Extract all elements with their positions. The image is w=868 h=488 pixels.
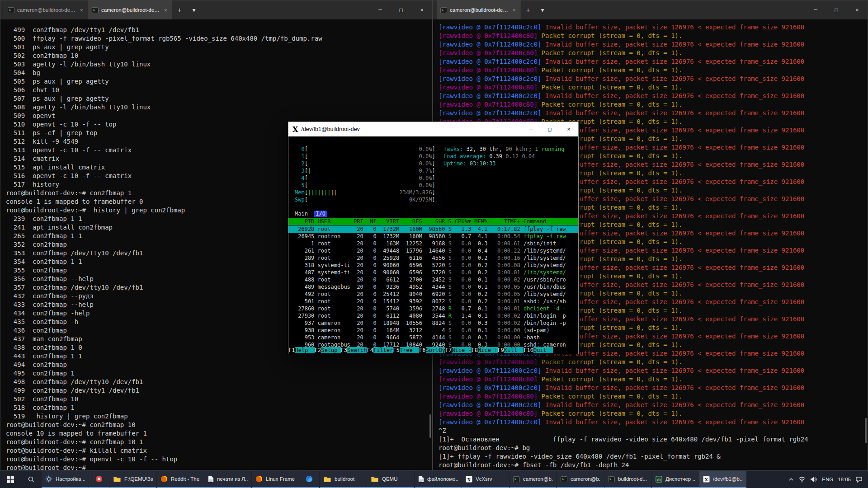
taskbar-item-12[interactable]: >_cameron@b...	[557, 471, 604, 488]
left-minimize-button[interactable]: ─	[370, 0, 391, 19]
process-row[interactable]: 488 root 20 0 6612 2700 2452 S 0.0 0.1 0…	[288, 276, 578, 283]
process-table-header[interactable]: PID USER PRI NI VIRT RES SHR S CPU%▼ MEM…	[288, 218, 578, 225]
screen-tab-io[interactable]: I/O	[314, 211, 327, 217]
taskbar-item-3[interactable]: Reddit - The...	[157, 471, 204, 488]
taskbar-item-1[interactable]	[89, 471, 109, 488]
fkey-f1[interactable]: F1	[288, 347, 295, 353]
fkey-label[interactable]: Quit	[533, 347, 553, 353]
right-terminal-tab-0[interactable]: >_cameron@buildroot-dev: ~×	[437, 0, 521, 19]
taskbar-item-14[interactable]: Диспетчер ...	[652, 471, 699, 488]
taskbar-item-10[interactable]: XVcXsrv	[462, 471, 509, 488]
left-tab-dropdown-button[interactable]: ▾	[187, 0, 201, 19]
fkey-label[interactable]: SortBy	[426, 347, 445, 353]
taskbar-item-13[interactable]: >_buildroot-d...	[604, 471, 651, 488]
left-new-tab-button[interactable]: +	[172, 0, 187, 19]
process-row[interactable]: 27930 root 20 0 6112 4080 3544 R 1.4 0.1…	[288, 312, 578, 319]
left-terminal-tab-1[interactable]: >_cameron@buildroot-dev: ~×	[88, 0, 172, 19]
process-row[interactable]: 1 root 20 0 163M 12252 9168 S 0.0 0.3 0:…	[288, 240, 578, 247]
process-row[interactable]: 26945 rootron 20 0 1732M 160M 98560 S 0.…	[288, 233, 578, 240]
pad	[520, 226, 524, 232]
tab-close-icon[interactable]: ×	[163, 7, 168, 14]
taskbar-item-11[interactable]: >_cameron@b...	[509, 471, 557, 488]
fkey-label[interactable]: Setup	[321, 347, 340, 353]
fkey-f7[interactable]: F7	[445, 347, 452, 353]
right-new-tab-button[interactable]: +	[521, 0, 535, 19]
process-row[interactable]: 289 root 20 0 25928 6116 4556 S 0.0 0.2 …	[288, 254, 578, 262]
process-row[interactable]: 937 cameron 20 0 18948 10556 8824 S 0.0 …	[288, 319, 578, 327]
shr: 8072	[425, 298, 445, 305]
screen-tab-main[interactable]: Main	[295, 211, 308, 217]
taskbar-item-7[interactable]: buildroot	[320, 471, 367, 488]
fkey-label[interactable]: Help	[295, 347, 314, 353]
pad	[363, 240, 367, 247]
network-icon[interactable]	[798, 476, 806, 483]
fkey-label[interactable]: Search	[347, 347, 367, 353]
clock[interactable]: 18:05	[838, 477, 851, 482]
fkey-f5[interactable]: F5	[393, 347, 399, 353]
process-row[interactable]: 261 root 20 0 49448 15796 14640 S 0.0 0.…	[288, 247, 578, 254]
fkey-f9[interactable]: F9	[498, 347, 504, 353]
terminal-line: root@buildroot-dev:~# con2fbmap 10	[6, 421, 429, 429]
left-close-button[interactable]: ×	[411, 0, 432, 19]
left-terminal-tab-0[interactable]: >_cameron@buildroot-dev: ~×	[4, 0, 88, 19]
taskbar-item-5[interactable]: Linux Frame...	[252, 471, 299, 488]
taskbar-item-15[interactable]: X/dev/fb1@b...	[699, 471, 746, 488]
space	[538, 410, 541, 417]
space	[538, 375, 541, 383]
fkey-label[interactable]: Kill	[504, 347, 524, 353]
process-row[interactable]: 27860 root 20 0 5740 3596 2748 R 0.7 0.1…	[288, 305, 578, 312]
right-maximize-button[interactable]: □	[826, 0, 847, 19]
search-icon[interactable]	[21, 471, 42, 488]
volume-icon[interactable]	[810, 476, 817, 483]
tab-close-icon[interactable]: ×	[79, 7, 84, 14]
process-row[interactable]: 487 systemd-ti 20 0 90060 6596 5720 S 0.…	[288, 269, 578, 276]
process-row[interactable]: 501 root 20 0 15412 9392 8072 S 0.0 0.2 …	[288, 298, 578, 305]
fkey-f10[interactable]: F10	[524, 347, 533, 353]
fkey-label[interactable]: Nice -	[452, 347, 471, 353]
right-close-button[interactable]: ×	[847, 0, 868, 19]
tab-close-icon[interactable]: ×	[511, 7, 517, 14]
fkey-label[interactable]: Nice +	[478, 347, 497, 353]
fkey-label[interactable]: Tree	[400, 347, 419, 353]
htop-maximize-button[interactable]: □	[540, 122, 559, 136]
process-row[interactable]: 489 messagebus 20 0 9236 4952 4344 S 0.0…	[288, 283, 578, 291]
fkey-f4[interactable]: F4	[367, 347, 373, 353]
left-terminal-scrollbar[interactable]	[429, 414, 431, 438]
right-tab-dropdown-button[interactable]: ▾	[535, 0, 550, 19]
res: 160M	[403, 233, 422, 239]
taskbar-item-0[interactable]: Настройка ...	[42, 471, 89, 488]
fkey-f3[interactable]: F3	[341, 347, 347, 353]
fkey-f2[interactable]: F2	[315, 347, 321, 353]
terminal-line: ^Z	[439, 427, 865, 435]
language-indicator[interactable]: ENG	[822, 477, 833, 482]
shr: 98560	[425, 226, 445, 232]
virt: 1732M	[380, 233, 399, 239]
start-button[interactable]	[0, 471, 21, 488]
meter-value: 0.0%	[419, 153, 432, 160]
pad	[399, 255, 402, 261]
process-row[interactable]: 318 systemd-ti 20 0 90060 6596 5720 S 0.…	[288, 262, 578, 269]
left-maximize-button[interactable]: □	[391, 0, 411, 19]
process-row[interactable]: 938 cameron 20 0 164M 3212 4 S 0.0 0.1 0…	[288, 327, 578, 334]
taskbar-item-6[interactable]	[299, 471, 319, 488]
log-message: Packet corrupt (stream = 0, dts = 1).	[542, 101, 683, 108]
folder-icon	[323, 476, 331, 483]
htop-close-button[interactable]: ×	[559, 122, 578, 136]
right-terminal-scrollbar[interactable]	[865, 418, 867, 443]
log-message: Invalid buffer size, packet size 126976 …	[545, 333, 804, 340]
htop-minimize-button[interactable]: ─	[521, 122, 540, 136]
right-minimize-button[interactable]: ─	[805, 0, 826, 19]
fkey-f6[interactable]: F6	[419, 347, 425, 353]
fkey-f8[interactable]: F8	[472, 347, 478, 353]
hidden-icons-chevron-icon[interactable]	[788, 477, 794, 482]
state: S	[448, 255, 452, 261]
process-row[interactable]: 492 root 20 0 25412 8040 6920 S 0.0 0.2 …	[288, 291, 578, 298]
taskbar-item-9[interactable]: файлопомо...	[415, 471, 462, 488]
process-row[interactable]: 26928 root 20 0 1732M 160M 98560 S 1.3 4…	[288, 225, 578, 233]
taskbar-item-4[interactable]: печати из Л...	[204, 471, 251, 488]
taskbar-item-8[interactable]: QEMU	[367, 471, 414, 488]
process-row[interactable]: 953 cameron 20 0 9664 5872 4144 S 0.0 0.…	[288, 334, 578, 341]
notification-icon[interactable]	[855, 476, 863, 483]
taskbar-item-2[interactable]: F:\QEMU\За...	[109, 471, 156, 488]
fkey-label[interactable]: Filter	[373, 347, 393, 353]
